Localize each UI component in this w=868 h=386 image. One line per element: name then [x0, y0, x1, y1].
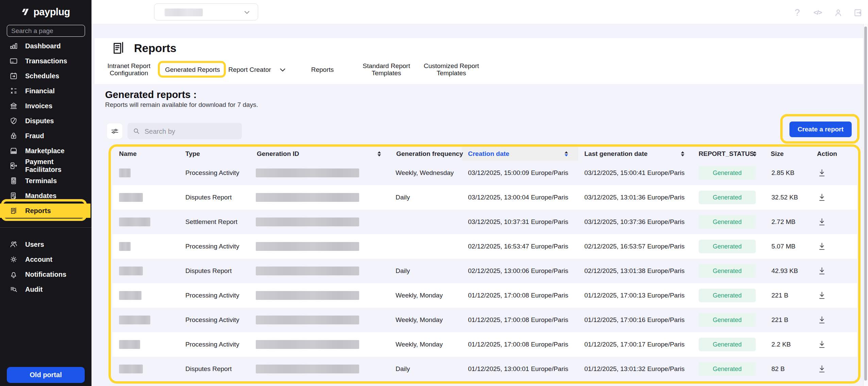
tab-intranet-report-configuration[interactable]: Intranet Report Configuration — [90, 61, 168, 78]
status-badge: Generated — [699, 264, 756, 278]
cell-last-generation-date: 03/12/2025, 15:00:41 Europe/Paris — [584, 169, 685, 177]
table-row: Disputes Report Daily 01/12/2025, 13:00:… — [112, 357, 857, 381]
table-body: Processing Activity Weekly, Wednesday 03… — [112, 161, 857, 381]
sidebar-item-payment-facilitators[interactable]: Payment Facilitators — [0, 159, 91, 173]
sidebar-item-dashboard[interactable]: Dashboard — [0, 39, 91, 53]
column-header-report-status[interactable]: REPORT_STATUS — [699, 150, 754, 158]
invoices-icon — [10, 102, 18, 110]
filter-button[interactable] — [106, 123, 123, 139]
download-button[interactable] — [816, 363, 828, 375]
users-icon — [10, 240, 18, 248]
old-portal-button[interactable]: Old portal — [7, 367, 85, 383]
cell-size: 42.93 KB — [771, 267, 798, 275]
sidebar-item-label: Fraud — [25, 132, 44, 140]
cell-last-generation-date: 01/12/2025, 17:00:17 Europe/Paris — [584, 341, 685, 348]
redacted-generation-id — [256, 218, 359, 226]
logout-icon[interactable] — [852, 7, 864, 18]
cell-last-generation-date: 02/12/2025, 16:53:57 Europe/Paris — [584, 243, 685, 250]
download-icon — [817, 267, 827, 276]
cell-type: Processing Activity — [185, 243, 239, 250]
column-header-generation-id[interactable]: Generation ID — [257, 150, 299, 158]
chevron-down-icon[interactable] — [278, 65, 287, 74]
sidebar-item-financial[interactable]: Financial — [0, 84, 91, 98]
audit-icon — [10, 285, 18, 293]
column-header-last-generation-date[interactable]: Last generation date — [584, 150, 648, 158]
redacted-generation-id — [256, 242, 359, 251]
download-button[interactable] — [816, 338, 828, 351]
sidebar-item-reports[interactable]: Reports — [0, 204, 90, 218]
scrollbar-thumb[interactable] — [864, 27, 867, 381]
create-report-button[interactable]: Create a report — [789, 122, 852, 137]
status-badge: Generated — [699, 191, 756, 204]
tab-customized-report-templates[interactable]: Customized Report Templates — [411, 61, 492, 78]
cell-type: Processing Activity — [185, 292, 239, 299]
sidebar-item-terminals[interactable]: Terminals — [0, 174, 91, 188]
terminals-icon — [10, 177, 18, 185]
download-button[interactable] — [816, 191, 828, 204]
column-header-creation-date[interactable]: Creation date — [468, 150, 509, 158]
download-button[interactable] — [816, 314, 828, 326]
tab-generated-reports[interactable]: Generated Reports — [158, 61, 227, 78]
sidebar-item-notifications[interactable]: Notifications — [0, 267, 91, 282]
page-title: Reports — [134, 42, 177, 55]
sidebar-item-fraud[interactable]: Fraud — [0, 129, 91, 143]
sidebar-item-mandates[interactable]: Mandates — [0, 189, 91, 203]
sidebar-item-schedules[interactable]: Schedules — [0, 69, 91, 83]
download-button[interactable] — [816, 167, 828, 179]
download-button[interactable] — [816, 240, 828, 253]
sidebar: payplug Dashboard Transactions Schedules… — [0, 0, 91, 386]
help-icon[interactable]: ? — [791, 7, 803, 18]
cell-size: 82 B — [771, 365, 785, 373]
search-input[interactable] — [144, 123, 237, 140]
status-badge: Generated — [699, 313, 756, 327]
sidebar-item-invoices[interactable]: Invoices — [0, 99, 91, 113]
sort-last-generation-date[interactable] — [681, 151, 684, 156]
table-row: Processing Activity 02/12/2025, 16:53:47… — [112, 234, 857, 259]
download-icon — [817, 340, 827, 349]
cell-creation-date: 01/12/2025, 17:00:08 Europe/Paris — [468, 316, 568, 324]
cell-type: Disputes Report — [185, 365, 232, 373]
sidebar-item-label: Notifications — [25, 271, 66, 278]
download-button[interactable] — [816, 216, 828, 228]
sidebar-item-label: Financial — [25, 87, 55, 95]
sidebar-item-label: Terminals — [25, 177, 57, 185]
cell-type: Disputes Report — [185, 194, 232, 201]
tab-reports[interactable]: Reports — [302, 61, 343, 78]
status-badge: Generated — [699, 166, 756, 180]
redacted-generation-id — [256, 193, 359, 202]
sort-generation-id[interactable] — [378, 151, 381, 156]
cell-last-generation-date: 01/12/2025, 13:01:32 Europe/Paris — [584, 365, 685, 373]
marketplace-icon — [10, 147, 18, 155]
sort-creation-date[interactable] — [565, 151, 568, 156]
sidebar-search-input[interactable] — [7, 25, 85, 37]
sort-report-status[interactable] — [753, 151, 756, 156]
sidebar-item-transactions[interactable]: Transactions — [0, 54, 91, 68]
sidebar-item-account[interactable]: Account — [0, 252, 91, 267]
cell-type: Settlement Report — [185, 218, 237, 226]
download-icon — [817, 218, 827, 227]
cell-last-generation-date: 03/12/2025, 10:37:36 Europe/Paris — [584, 218, 685, 226]
redacted-name — [119, 168, 131, 177]
payplug-logo-icon — [21, 7, 30, 16]
sidebar-item-audit[interactable]: Audit — [0, 282, 91, 296]
download-icon — [817, 242, 827, 251]
sidebar-item-marketplace[interactable]: Marketplace — [0, 144, 91, 158]
user-icon[interactable] — [832, 7, 844, 18]
cell-generation-frequency: Weekly, Monday — [396, 341, 443, 348]
account-selector-dropdown[interactable] — [154, 3, 258, 20]
sidebar-item-disputes[interactable]: Disputes — [0, 114, 91, 128]
sidebar-item-users[interactable]: Users — [0, 237, 91, 252]
cell-generation-frequency: Daily — [396, 365, 410, 373]
generated-reports-table: Name Type Generation ID Generation frequ… — [112, 147, 857, 382]
redacted-generation-id — [256, 291, 359, 300]
code-icon[interactable]: </> — [812, 7, 823, 18]
download-button[interactable] — [816, 289, 828, 302]
column-header-type: Type — [185, 150, 200, 158]
status-badge: Generated — [699, 215, 756, 229]
reports-icon — [10, 207, 18, 215]
download-button[interactable] — [816, 265, 828, 277]
reports-page-icon — [111, 40, 126, 56]
tab-report-creator[interactable]: Report Creator — [222, 61, 277, 78]
cell-size: 2.2 KB — [771, 341, 791, 348]
cell-generation-frequency: Weekly, Monday — [396, 316, 443, 324]
